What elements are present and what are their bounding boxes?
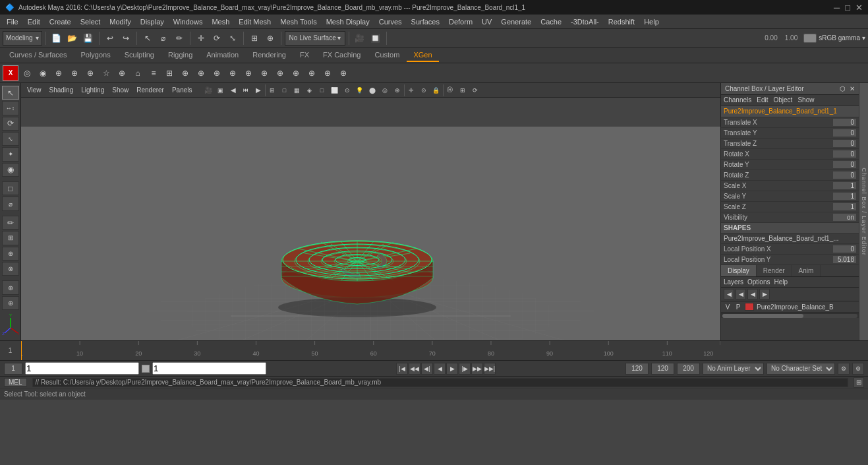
layer-options-btn[interactable]: ▶ (759, 289, 770, 299)
vp-icon-lights[interactable]: 💡 (354, 84, 366, 96)
redo-button[interactable]: ↪ (119, 31, 133, 46)
channelbox-scrollbar[interactable] (721, 313, 859, 318)
move-button[interactable]: ✛ (194, 31, 208, 46)
minimize-button[interactable]: ─ (834, 3, 840, 13)
goto-start-btn[interactable]: |◀ (396, 363, 408, 375)
channel-scale-x[interactable]: Scale X 1 (721, 181, 859, 191)
vp-menu-show[interactable]: Show (109, 85, 132, 95)
range-end2-input[interactable] (651, 363, 674, 375)
tab-polygons[interactable]: Polygons (74, 49, 117, 62)
menu-edit-mesh[interactable]: Edit Mesh (235, 16, 275, 27)
anim-layer-select[interactable]: No Anim Layer (703, 363, 764, 375)
tab-rigging[interactable]: Rigging (161, 49, 199, 62)
tool-icon-5[interactable]: ⊕ (83, 66, 98, 80)
menu-help[interactable]: Help (640, 16, 663, 27)
show-hide[interactable]: □ (2, 181, 19, 195)
range-end1-input[interactable] (625, 363, 649, 375)
layers-menu-options[interactable]: Options (747, 278, 770, 286)
universal-manip[interactable]: ✦ (2, 147, 19, 161)
vp-icon-bounding[interactable]: ⬜ (329, 84, 341, 96)
tool-icon-14[interactable]: ⊕ (225, 66, 240, 80)
cb-menu-show[interactable]: Show (797, 96, 814, 104)
vp-menu-view[interactable]: View (24, 85, 45, 95)
vp-icon-shaded[interactable]: □ (279, 84, 291, 96)
menu-create[interactable]: Create (45, 16, 75, 27)
transform-tool-left[interactable]: ↔↕ (2, 101, 19, 115)
menu-3dto[interactable]: -3DtoAll- (567, 16, 603, 27)
open-file-button[interactable]: 📂 (65, 31, 80, 46)
prev-key-btn[interactable]: ◀ (434, 363, 446, 375)
menu-display[interactable]: Display (136, 16, 168, 27)
tab-fx[interactable]: FX (293, 49, 316, 62)
channel-translate-x[interactable]: Translate X 0 (721, 117, 859, 128)
channel-local-pos-y[interactable]: Local Position Y 5.018 (721, 255, 859, 265)
menu-generate[interactable]: Generate (497, 16, 535, 27)
tool-icon-3[interactable]: ⊕ (51, 66, 66, 80)
layer-remove-btn[interactable]: ◀ (736, 289, 746, 299)
menu-select[interactable]: Select (76, 16, 105, 27)
tab-curves-surfaces[interactable]: Curves / Surfaces (3, 49, 73, 62)
range-start-input[interactable] (4, 363, 22, 375)
timeline-track[interactable]: 1 10 20 30 40 50 60 70 80 90 100 110 120 (21, 341, 720, 360)
tool-icon-1[interactable]: ◎ (20, 66, 34, 80)
tool-icon-2[interactable]: ◉ (36, 66, 50, 80)
vp-icon-frame[interactable]: ⊞ (457, 84, 469, 96)
vp-icon-lock[interactable]: 🔒 (430, 84, 442, 96)
ipr-button[interactable]: 🔲 (368, 31, 383, 46)
tool-icon-15[interactable]: ⊕ (241, 66, 256, 80)
prev-frame-btn[interactable]: ◀| (421, 363, 433, 375)
vp-menu-lighting[interactable]: Lighting (78, 85, 107, 95)
layer-edit-btn[interactable]: ◀ (747, 289, 758, 299)
step-back-btn[interactable]: ◀◀ (409, 363, 420, 375)
vp-icon-camera[interactable]: 🎥 (202, 84, 214, 96)
viewport-canvas[interactable]: persp (21, 127, 720, 340)
vp-icon-grid[interactable]: ⊞ (266, 84, 278, 96)
paint-tool[interactable]: ✏ (2, 216, 19, 230)
cb-menu-object[interactable]: Object (774, 96, 793, 104)
menu-uv[interactable]: UV (478, 16, 496, 27)
vp-menu-shading[interactable]: Shading (46, 85, 77, 95)
soft-select[interactable]: ◉ (2, 163, 19, 177)
layers-menu-help[interactable]: Help (774, 278, 788, 286)
snap-grid-button[interactable]: ⊞ (247, 31, 262, 46)
tab-fx-caching[interactable]: FX Caching (316, 49, 367, 62)
channel-translate-y[interactable]: Translate Y 0 (721, 128, 859, 139)
tool-icon-12[interactable]: ⊕ (194, 66, 208, 80)
channel-visibility[interactable]: Visibility on (721, 212, 859, 223)
menu-mesh[interactable]: Mesh (208, 16, 233, 27)
anim-settings-btn[interactable]: ⚙ (838, 363, 850, 375)
menu-curves[interactable]: Curves (375, 16, 406, 27)
tool-icon-17[interactable]: ⊕ (273, 66, 287, 80)
scale-tool-left[interactable]: ⤡ (2, 132, 19, 146)
vp-icon-skip-back[interactable]: ⏮ (240, 84, 252, 96)
vp-icon-film[interactable]: ▣ (215, 84, 227, 96)
mel-mode-btn[interactable]: MEL (4, 378, 27, 387)
tab-anim[interactable]: Anim (792, 265, 821, 276)
vp-icon-flat[interactable]: □ (316, 84, 328, 96)
menu-surfaces[interactable]: Surfaces (407, 16, 444, 27)
new-file-button[interactable]: 📄 (49, 31, 64, 46)
render-view-button[interactable]: 🎥 (353, 31, 367, 46)
tab-render[interactable]: Render (757, 265, 792, 276)
no-live-surface-button[interactable]: No Live Surface ▾ (285, 31, 345, 46)
rotate-tool-left[interactable]: ⟳ (2, 117, 19, 131)
menu-file[interactable]: File (3, 16, 22, 27)
tab-rendering[interactable]: Rendering (246, 49, 293, 62)
channel-rotate-y[interactable]: Rotate Y 0 (721, 160, 859, 170)
tab-xgen[interactable]: XGen (407, 49, 438, 62)
result-expand-btn[interactable]: ⊞ (854, 377, 864, 388)
menu-cache[interactable]: Cache (536, 16, 565, 27)
vp-icon-step-fwd[interactable]: ▶ (252, 84, 264, 96)
menu-mesh-display[interactable]: Mesh Display (322, 16, 374, 27)
scale-button[interactable]: ⤡ (225, 31, 240, 46)
vp-icon-smooth[interactable]: ◈ (304, 84, 316, 96)
tool13[interactable]: ⊞ (2, 231, 19, 245)
lasso-tool[interactable]: ⌀ (2, 197, 19, 210)
menu-edit[interactable]: Edit (24, 16, 44, 27)
vp-icon-pivot[interactable]: ⊙ (418, 84, 430, 96)
vp-icon-shadows[interactable]: ⬤ (366, 84, 378, 96)
select-tool-left[interactable]: ↖ (2, 86, 19, 100)
next-key-btn[interactable]: |▶ (459, 363, 471, 375)
tool-icon-7[interactable]: ⊕ (115, 66, 129, 80)
vp-icon-wire[interactable]: ▦ (291, 84, 303, 96)
